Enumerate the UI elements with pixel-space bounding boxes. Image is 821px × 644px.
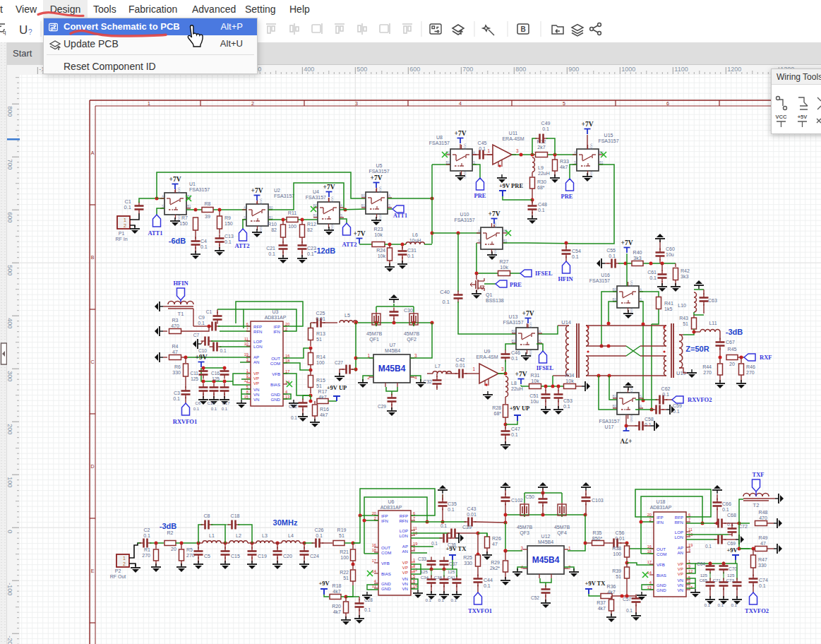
svg-text:400: 400	[304, 66, 314, 73]
svg-text:1200: 1200	[727, 66, 741, 73]
svg-text:-100: -100	[6, 583, 13, 595]
svg-text:?: ?	[28, 28, 32, 36]
svg-text:U: U	[19, 23, 28, 37]
svg-text:600: 600	[6, 212, 13, 222]
svg-text:q: q	[3, 29, 6, 35]
svg-text:0: 0	[6, 530, 13, 533]
svg-text:700: 700	[6, 159, 13, 169]
svg-text:600: 600	[409, 66, 420, 73]
svg-text:400: 400	[6, 318, 13, 328]
svg-text:800: 800	[6, 106, 13, 117]
svg-text:900: 900	[568, 66, 579, 73]
svg-text:B: B	[520, 25, 525, 33]
svg-text:300: 300	[6, 371, 13, 381]
svg-text:1000: 1000	[621, 66, 635, 73]
svg-text:500: 500	[6, 265, 13, 275]
svg-text:800: 800	[515, 66, 526, 73]
svg-text:200: 200	[6, 424, 13, 434]
svg-text:700: 700	[462, 66, 473, 73]
svg-text:500: 500	[356, 66, 367, 73]
svg-text:1100: 1100	[674, 66, 688, 73]
svg-text:-200: -200	[6, 636, 13, 644]
svg-text:100: 100	[6, 477, 13, 487]
